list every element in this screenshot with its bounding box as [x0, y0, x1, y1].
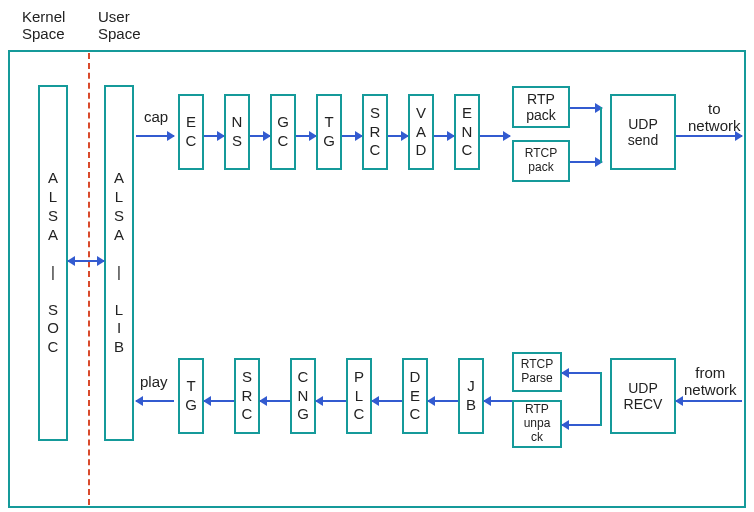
- arrow-src-tg-bot: [204, 400, 234, 402]
- arrow-cng-src: [260, 400, 290, 402]
- arrow-dec-plc: [372, 400, 402, 402]
- arrow-rtp-udp: [570, 107, 602, 109]
- cap-arrow: [136, 135, 174, 137]
- rtcp-pack-box: RTCP pack: [512, 140, 570, 182]
- arrow-tg-src: [342, 135, 362, 137]
- cap-label: cap: [144, 108, 168, 125]
- gc-box: GC: [270, 94, 296, 170]
- kernel-space-label: Kernel Space: [22, 8, 65, 42]
- play-label: play: [140, 373, 168, 390]
- arrow-udp-rtcp: [562, 372, 602, 374]
- arrow-src-vad: [388, 135, 408, 137]
- arrow-vad-enc: [434, 135, 454, 137]
- cng-box: CNG: [290, 358, 316, 434]
- from-network-label: from network: [684, 364, 737, 398]
- tg-box-bot: TG: [178, 358, 204, 434]
- udp-recv-box: UDP RECV: [610, 358, 676, 434]
- to-network-label: to network: [688, 100, 741, 134]
- kernel-user-divider: [88, 53, 90, 505]
- arrow-udp-out: [676, 135, 742, 137]
- split-line-bot: [600, 372, 602, 426]
- arrow-gc-tg: [296, 135, 316, 137]
- arrow-ns-gc: [250, 135, 270, 137]
- udp-send-box: UDP send: [610, 94, 676, 170]
- arrow-ec-ns: [204, 135, 224, 137]
- alsa-soc-box: ALSA | SOC: [38, 85, 68, 441]
- arrow-plc-cng: [316, 400, 346, 402]
- alsa-lib-box: ALSA | LIB: [104, 85, 134, 441]
- tg-box-top: TG: [316, 94, 342, 170]
- arrow-rtp-jb: [484, 400, 512, 402]
- arrow-enc-rtp: [480, 135, 510, 137]
- alsa-bidir-arrow: [68, 260, 104, 262]
- play-arrow: [136, 400, 174, 402]
- arrow-udp-rtp: [562, 424, 602, 426]
- ec-box: EC: [178, 94, 204, 170]
- jb-box: JB: [458, 358, 484, 434]
- enc-box: ENC: [454, 94, 480, 170]
- arrow-net-udp: [676, 400, 742, 402]
- diagram-canvas: Kernel Space User Space ALSA | SOC ALSA …: [0, 0, 754, 512]
- ns-box: NS: [224, 94, 250, 170]
- arrow-jb-dec: [428, 400, 458, 402]
- rtp-unpack-box: RTP unpa ck: [512, 400, 562, 448]
- user-space-label: User Space: [98, 8, 141, 42]
- arrow-rtcp-udp: [570, 161, 602, 163]
- rtp-pack-box: RTP pack: [512, 86, 570, 128]
- merge-line-top: [600, 107, 602, 163]
- dec-box: DEC: [402, 358, 428, 434]
- vad-box: VAD: [408, 94, 434, 170]
- src-box-bot: SRC: [234, 358, 260, 434]
- plc-box: PLC: [346, 358, 372, 434]
- rtcp-parse-box: RTCP Parse: [512, 352, 562, 392]
- src-box-top: SRC: [362, 94, 388, 170]
